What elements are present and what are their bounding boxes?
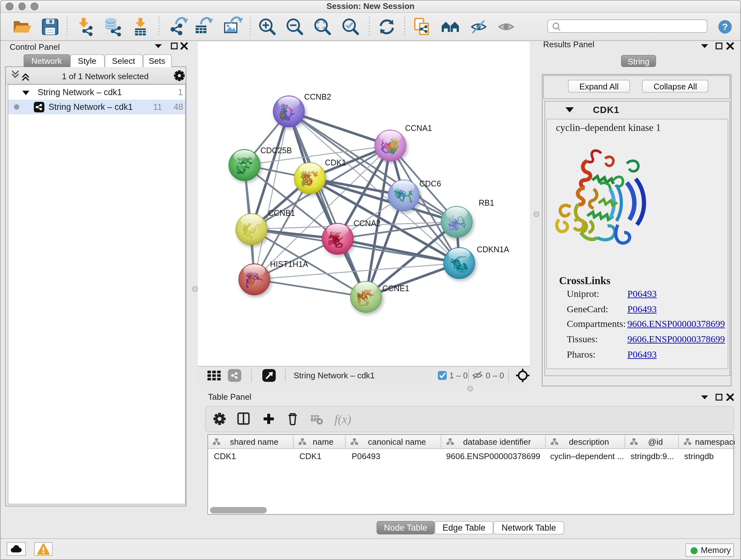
svg-text:CDC6: CDC6: [419, 179, 441, 188]
svg-text:@id: @id: [648, 437, 663, 447]
svg-text:1 – 0: 1 – 0: [449, 371, 468, 380]
svg-text:CDK1: CDK1: [325, 158, 346, 167]
svg-text:CCNE1: CCNE1: [382, 284, 409, 293]
svg-text:f(x): f(x): [334, 413, 351, 426]
svg-text:HIST1H1A: HIST1H1A: [270, 260, 308, 268]
svg-text:0 – 0: 0 – 0: [486, 371, 504, 380]
svg-text:shared name: shared name: [230, 437, 279, 447]
svg-text:database identifier: database identifier: [463, 437, 531, 447]
svg-text:RB1: RB1: [479, 198, 494, 207]
svg-text:canonical name: canonical name: [368, 437, 426, 447]
svg-text:CCNB2: CCNB2: [304, 92, 331, 101]
svg-text:?: ?: [722, 21, 728, 32]
svg-text:CDKN1A: CDKN1A: [477, 245, 509, 254]
svg-text:String Network – cdk1: String Network – cdk1: [293, 371, 375, 380]
svg-text:namespace: namespace: [695, 437, 735, 447]
svg-text:CDC25B: CDC25B: [260, 146, 292, 155]
svg-text:CCNB1: CCNB1: [268, 208, 295, 217]
svg-text:description: description: [569, 437, 609, 447]
svg-text:CCNA2: CCNA2: [354, 219, 381, 228]
svg-text:CCNA1: CCNA1: [405, 124, 432, 132]
svg-text:name: name: [313, 437, 333, 447]
